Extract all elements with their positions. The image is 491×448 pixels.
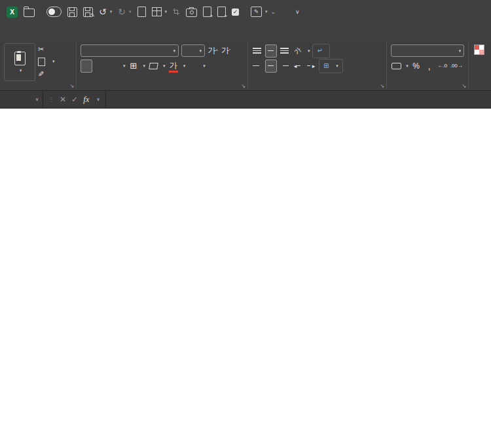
pen-dropdown-icon[interactable]: ▾: [265, 9, 268, 14]
file-name-chevron-icon: ∨: [295, 9, 300, 15]
toggle-knob: [48, 9, 55, 15]
font-size-dropdown-icon: ▾: [200, 48, 202, 54]
gripper-icon[interactable]: ⋮: [48, 96, 54, 103]
accounting-dropdown-icon[interactable]: ▾: [406, 63, 409, 69]
name-box-dropdown-icon: ∨: [35, 97, 39, 102]
conditional-formatting-icon[interactable]: [474, 44, 484, 55]
increase-indent-icon[interactable]: ▸: [306, 60, 316, 72]
draw-pen-icon[interactable]: ✎: [251, 7, 262, 17]
font-size-combo[interactable]: ▾: [181, 44, 205, 57]
camera-icon[interactable]: [186, 9, 197, 17]
align-bottom-icon[interactable]: [280, 45, 290, 57]
number-format-combo[interactable]: ▾: [391, 44, 464, 57]
excel-app-icon[interactable]: X: [7, 7, 18, 18]
phonetic-dropdown-icon[interactable]: ▾: [203, 63, 206, 69]
fill-color-dropdown-icon[interactable]: ▾: [163, 63, 166, 69]
font-name-combo[interactable]: ▾: [81, 44, 179, 57]
ribbon: ▾ ✂ ▾ ✎ ↘ ▾ ▾ 가^ 가ˇ ▾ ⊞▾ ▾ 가: [0, 41, 491, 91]
enter-icon: ✓: [71, 95, 78, 104]
file-name[interactable]: ∨: [292, 9, 300, 15]
align-center-icon[interactable]: [265, 60, 277, 73]
name-box[interactable]: ∨: [0, 91, 43, 108]
save-as-icon[interactable]: ✎: [83, 7, 93, 17]
align-right-icon[interactable]: [280, 60, 290, 72]
decrease-font-icon[interactable]: 가ˇ: [221, 45, 231, 57]
font-name-dropdown-icon: ▾: [173, 48, 176, 54]
cancel-icon: ✕: [60, 95, 66, 104]
styles-group-partial: [469, 41, 491, 90]
new-document-icon[interactable]: [137, 7, 146, 17]
clipboard-icon: [14, 52, 26, 65]
italic-button[interactable]: [95, 60, 105, 72]
phonetic-guide-icon[interactable]: [188, 60, 198, 72]
crop-icon: [173, 9, 180, 16]
quick-access-toolbar: X ✎ ↺▾ ↻▾ ▾ ✓ ✎▾ ⌄: [7, 7, 276, 18]
merge-center-button[interactable]: ⊞▾: [319, 59, 343, 73]
percent-style-icon[interactable]: %: [411, 60, 422, 72]
merge-dropdown-icon: ▾: [336, 63, 338, 69]
fx-dropdown-icon: ∨: [97, 97, 100, 102]
ribbon-tab-row: [0, 24, 491, 41]
wrap-text-button[interactable]: ↵: [312, 44, 329, 58]
decrease-decimal-icon[interactable]: .00→: [450, 60, 463, 72]
insert-table-icon[interactable]: [152, 7, 162, 16]
title-bar: X ✎ ↺▾ ↻▾ ▾ ✓ ✎▾ ⌄ ∨: [0, 0, 491, 24]
undo-icon[interactable]: ↺: [99, 7, 107, 16]
font-color-dropdown-icon[interactable]: ▾: [183, 63, 186, 69]
align-middle-icon[interactable]: [265, 44, 277, 58]
document-export-icon[interactable]: [203, 7, 211, 17]
copy-icon: [38, 58, 45, 66]
font-group: ▾ ▾ 가^ 가ˇ ▾ ⊞▾ ▾ 가▾ ▾ ↘: [77, 41, 248, 90]
borders-icon[interactable]: ⊞: [128, 60, 139, 72]
alignment-dialog-launcher-icon[interactable]: ↘: [380, 83, 384, 89]
font-color-icon[interactable]: 가: [168, 60, 179, 72]
cut-button[interactable]: ✂: [38, 43, 73, 55]
wrap-text-icon: ↵: [317, 47, 322, 54]
copy-dropdown-icon: ▾: [52, 59, 55, 64]
scissors-icon: ✂: [38, 45, 44, 54]
number-format-dropdown-icon: ▾: [459, 48, 462, 54]
formula-bar: ∨ ⋮ ✕ ✓ fx ∨: [0, 91, 491, 109]
increase-font-icon[interactable]: 가^: [208, 45, 218, 57]
font-dialog-launcher-icon[interactable]: ↘: [241, 83, 245, 89]
align-top-icon[interactable]: [252, 45, 263, 57]
worksheet-grid[interactable]: [0, 109, 491, 448]
excel-window: X ✎ ↺▾ ↻▾ ▾ ✓ ✎▾ ⌄ ∨: [0, 0, 491, 448]
alignment-group: 가▾ ↵ ◂ ▸ ⊞▾ ↘: [248, 41, 387, 90]
clipboard-group: ▾ ✂ ▾ ✎ ↘: [0, 41, 77, 90]
underline-button[interactable]: [108, 60, 118, 72]
qat-overflow-icon[interactable]: ⌄: [271, 9, 276, 15]
align-left-icon[interactable]: [252, 60, 263, 72]
number-group: ▾ ▾ % , ←.0 .00→ ↘: [387, 41, 469, 90]
format-painter-icon: ✎: [38, 70, 44, 78]
table-dropdown-icon[interactable]: ▾: [165, 9, 168, 14]
copy-button[interactable]: ▾: [38, 56, 73, 67]
paste-dropdown-icon: ▾: [20, 68, 22, 73]
orientation-icon[interactable]: 가: [290, 43, 306, 58]
borders-dropdown-icon[interactable]: ▾: [143, 63, 146, 69]
accounting-format-icon[interactable]: [391, 60, 401, 72]
autosave-toggle[interactable]: [46, 7, 62, 17]
open-folder-icon[interactable]: [24, 9, 35, 17]
pencil-icon: ✎: [90, 12, 95, 18]
redo-icon: ↻: [118, 7, 126, 16]
underline-dropdown-icon[interactable]: ▾: [123, 63, 126, 69]
merge-center-icon: ⊞: [323, 62, 329, 69]
undo-dropdown-icon[interactable]: ▾: [110, 9, 113, 14]
increase-decimal-icon[interactable]: ←.0: [437, 60, 448, 72]
clipboard-dialog-launcher-icon[interactable]: ↘: [69, 83, 74, 89]
fill-color-icon[interactable]: [148, 60, 158, 72]
bold-button[interactable]: [81, 60, 92, 73]
paste-button[interactable]: ▾: [4, 43, 35, 81]
format-painter-button[interactable]: ✎: [38, 68, 73, 80]
comma-style-icon[interactable]: ,: [424, 60, 435, 72]
save-icon[interactable]: [67, 7, 77, 17]
redo-dropdown-icon: ▾: [129, 9, 132, 14]
document-import-icon[interactable]: [217, 7, 226, 17]
decrease-indent-icon[interactable]: ◂: [293, 60, 303, 72]
insert-function-icon[interactable]: fx: [83, 94, 89, 105]
number-dialog-launcher-icon[interactable]: ↘: [462, 83, 466, 89]
orientation-dropdown-icon[interactable]: ▾: [308, 48, 310, 54]
gridlines-checkbox[interactable]: ✓: [232, 9, 239, 16]
